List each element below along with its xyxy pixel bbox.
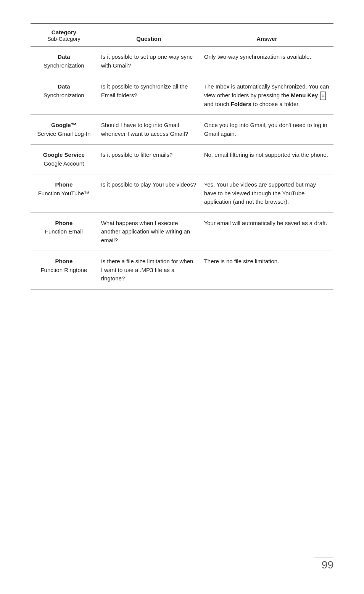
page-container: Category Sub-Category Question Answer Da… (0, 0, 364, 320)
category-sub: Function Ringtone (34, 266, 93, 275)
category-main: Data (58, 53, 70, 60)
cell-question: Is it possible to set up one-way sync wi… (97, 46, 200, 76)
cell-category: DataSynchronization (31, 76, 97, 115)
category-sub: Google Account (34, 159, 93, 168)
table-row: Google™Service Gmail Log-InShould I have… (31, 115, 333, 145)
cell-answer: Only two-way synchronization is availabl… (200, 46, 333, 76)
category-main: Phone (55, 220, 72, 226)
cell-category: Google™Service Gmail Log-In (31, 115, 97, 145)
table-row: Google ServiceGoogle AccountIs it possib… (31, 145, 333, 174)
category-main: Data (58, 83, 70, 90)
table-row: DataSynchronizationIs it possible to set… (31, 46, 333, 76)
header-category-main: Category (52, 29, 76, 35)
cell-answer: There is no file size limitation. (200, 251, 333, 290)
cell-question: Is it possible to play YouTube videos? (97, 174, 200, 213)
header-question: Question (97, 23, 200, 46)
category-sub: Synchronization (34, 91, 93, 100)
cell-category: PhoneFunction Ringtone (31, 251, 97, 290)
cell-answer: The Inbox is automatically synchronized.… (200, 76, 333, 115)
table-row: DataSynchronizationIs it possible to syn… (31, 76, 333, 115)
table-header-row: Category Sub-Category Question Answer (31, 23, 333, 46)
category-main: Phone (55, 258, 72, 264)
cell-question: Is there a file size limitation for when… (97, 251, 200, 290)
page-number: 99 (322, 559, 333, 571)
cell-answer: Once you log into Gmail, you don't need … (200, 115, 333, 145)
table-row: PhoneFunction YouTube™Is it possible to … (31, 174, 333, 213)
cell-question: Should I have to log into Gmail whenever… (97, 115, 200, 145)
category-sub: Synchronization (34, 61, 93, 70)
category-main: Phone (55, 181, 72, 188)
table-row: PhoneFunction EmailWhat happens when I e… (31, 212, 333, 251)
cell-question: Is it possible to filter emails? (97, 145, 200, 174)
cell-question: Is it possible to synchronize all the Em… (97, 76, 200, 115)
table-row: PhoneFunction RingtoneIs there a file si… (31, 251, 333, 290)
cell-category: DataSynchronization (31, 46, 97, 76)
category-sub: Function YouTube™ (34, 189, 93, 198)
header-category-sub: Sub-Category (47, 36, 80, 42)
faq-table: Category Sub-Category Question Answer Da… (31, 23, 333, 290)
cell-answer: No, email filtering is not supported via… (200, 145, 333, 174)
cell-answer: Yes, YouTube videos are supported but ma… (200, 174, 333, 213)
cell-answer: Your email will automatically be saved a… (200, 212, 333, 251)
menu-key-label: Menu Key (291, 92, 318, 98)
cell-category: Google ServiceGoogle Account (31, 145, 97, 174)
category-main: Google™ (51, 122, 77, 128)
page-number-line (314, 557, 333, 557)
table-body: DataSynchronizationIs it possible to set… (31, 46, 333, 289)
header-category: Category Sub-Category (31, 23, 97, 46)
page-number-area: 99 (314, 557, 333, 571)
folders-label: Folders (231, 101, 251, 107)
header-answer: Answer (200, 23, 333, 46)
category-sub: Service Gmail Log-In (34, 130, 93, 138)
menu-key-icon: ≡ (320, 92, 326, 100)
cell-question: What happens when I execute another appl… (97, 212, 200, 251)
cell-category: PhoneFunction YouTube™ (31, 174, 97, 213)
category-sub: Function Email (34, 227, 93, 236)
category-main: Google Service (43, 151, 85, 158)
cell-category: PhoneFunction Email (31, 212, 97, 251)
